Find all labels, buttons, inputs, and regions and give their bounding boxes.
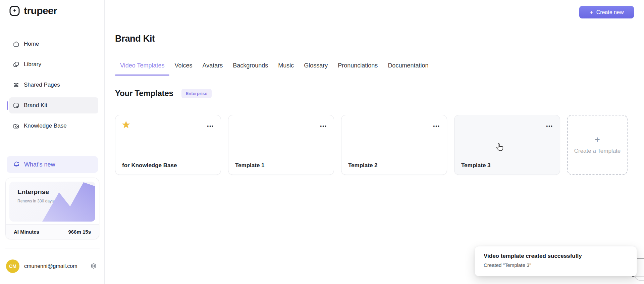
toast-notification: Video template created successfully Crea… (475, 246, 637, 276)
sidebar-item-label: Home (24, 41, 39, 47)
sidebar-item-label: Shared Pages (24, 82, 60, 88)
settings-button[interactable] (90, 263, 97, 270)
whats-new-label: What's new (24, 161, 55, 168)
tab-bar: Video Templates Voices Avatars Backgroun… (115, 59, 634, 75)
tab-pronunciations[interactable]: Pronunciations (333, 59, 383, 75)
plan-usage-row: AI Minutes 966m 15s (6, 224, 99, 239)
avatar[interactable]: CM (6, 259, 19, 273)
star-icon[interactable]: ★ (121, 119, 131, 131)
card-menu-button[interactable]: ••• (320, 124, 327, 129)
card-menu-button[interactable]: ••• (433, 124, 440, 129)
sidebar: trupeer Home Library Shared Pages (0, 0, 105, 284)
template-name: Template 2 (348, 162, 378, 169)
template-name: Template 1 (235, 162, 265, 169)
plan-name: Enterprise (17, 188, 49, 196)
template-name: Template 3 (461, 162, 491, 169)
section-title: Your Templates (115, 89, 173, 98)
sidebar-item-label: Brand Kit (24, 102, 47, 109)
account-row: CM cmunenni@gmail.com (6, 259, 99, 273)
create-template-card[interactable]: + Create a Template (567, 115, 628, 175)
sidebar-item-library[interactable]: Library (9, 56, 98, 73)
plan-renewal-note: Renews in 330 days (17, 199, 54, 203)
template-card-for-knowledge-base[interactable]: ★ ••• for Knowledge Base (115, 115, 221, 175)
plus-icon: + (595, 135, 600, 144)
card-menu-button[interactable]: ••• (207, 124, 214, 129)
usage-label: AI Minutes (14, 229, 39, 235)
template-cards: ★ ••• for Knowledge Base ••• Template 1 … (115, 115, 628, 175)
tab-music[interactable]: Music (273, 59, 299, 75)
section-header: Your Templates Enterprise (115, 89, 212, 98)
library-icon (13, 61, 19, 68)
active-indicator-bar (7, 101, 8, 110)
knowledge-base-icon (13, 123, 19, 129)
trupeer-logo-icon (9, 5, 20, 16)
template-card-template-2[interactable]: ••• Template 2 (341, 115, 447, 175)
bell-icon (13, 161, 20, 168)
gear-icon (90, 263, 97, 270)
account-divider (5, 248, 100, 248)
template-name: for Knowledge Base (122, 162, 177, 169)
usage-value: 966m 15s (68, 229, 91, 235)
sidebar-nav: Home Library Shared Pages Brand Kit (9, 36, 98, 138)
plan-card: Enterprise Renews in 330 days AI Minutes… (5, 178, 99, 239)
sidebar-item-home[interactable]: Home (9, 36, 98, 52)
account-email: cmunenni@gmail.com (24, 263, 77, 269)
tab-voices[interactable]: Voices (169, 59, 197, 75)
sidebar-item-knowledge-base[interactable]: Knowledge Base (9, 118, 98, 134)
toast-message: Created "Template 3" (484, 262, 628, 268)
sidebar-item-brand-kit[interactable]: Brand Kit (9, 97, 98, 113)
tab-video-templates[interactable]: Video Templates (115, 59, 169, 75)
tab-backgrounds[interactable]: Backgrounds (228, 59, 273, 75)
whats-new-button[interactable]: What's new (7, 156, 98, 173)
sidebar-item-label: Knowledge Base (24, 123, 67, 129)
sidebar-item-label: Library (24, 61, 41, 68)
create-template-label: Create a Template (574, 148, 621, 154)
sidebar-item-shared-pages[interactable]: Shared Pages (9, 77, 98, 93)
brand-kit-icon (13, 102, 19, 109)
plan-badge: Enterprise (181, 89, 212, 98)
sidebar-divider (0, 24, 104, 24)
plus-icon: + (590, 9, 593, 15)
template-card-template-1[interactable]: ••• Template 1 (228, 115, 334, 175)
app-name: trupeer (24, 5, 57, 16)
toast-title: Video template created successfully (484, 253, 628, 259)
tab-avatars[interactable]: Avatars (197, 59, 228, 75)
tab-glossary[interactable]: Glossary (299, 59, 333, 75)
create-new-button[interactable]: + Create new (579, 6, 634, 18)
create-new-label: Create new (596, 9, 624, 15)
home-icon (13, 41, 19, 47)
card-menu-button[interactable]: ••• (546, 124, 553, 129)
app-logo[interactable]: trupeer (9, 5, 57, 16)
tab-documentation[interactable]: Documentation (383, 59, 433, 75)
page-title: Brand Kit (115, 34, 155, 44)
shared-pages-icon (13, 82, 19, 88)
template-card-template-3[interactable]: ••• Template 3 (454, 115, 560, 175)
usage-chart: Enterprise Renews in 330 days (9, 182, 95, 222)
